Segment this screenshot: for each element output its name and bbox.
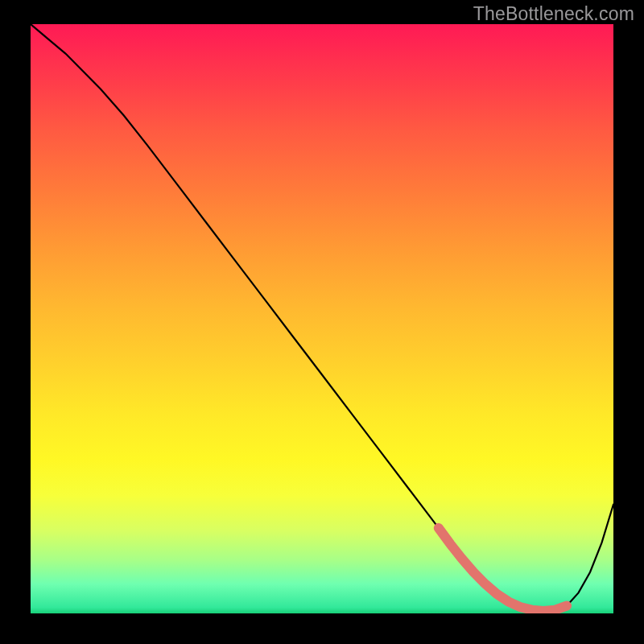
highlight-segment (439, 528, 567, 611)
curve-overlay (31, 24, 613, 613)
bottleneck-curve (31, 24, 613, 611)
watermark-text: TheBottleneck.com (473, 3, 634, 25)
plot-area (31, 24, 613, 613)
chart-frame: TheBottleneck.com (0, 0, 644, 644)
